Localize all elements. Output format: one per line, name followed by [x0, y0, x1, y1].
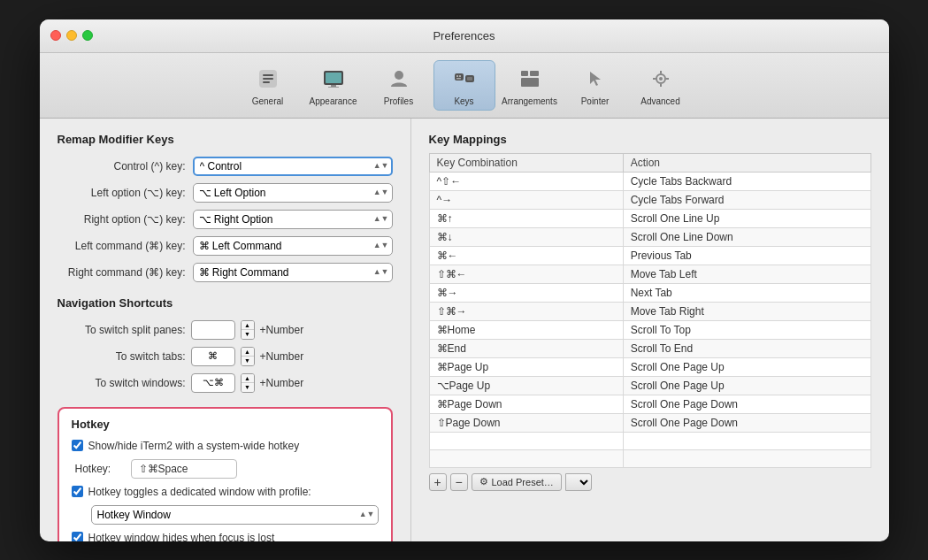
action-cell: Next Tab — [623, 283, 870, 302]
svg-rect-17 — [521, 78, 539, 87]
right-command-select[interactable]: ⌘ Right Command — [193, 263, 393, 282]
toolbar-item-arrangements[interactable]: Arrangements — [499, 60, 561, 111]
appearance-icon — [319, 65, 348, 93]
split-panes-stepper[interactable]: ▲ ▼ — [241, 320, 255, 340]
switch-windows-key: ⌥⌘ — [191, 373, 235, 393]
switch-tabs-down[interactable]: ▼ — [242, 357, 254, 365]
hides-checkbox[interactable] — [72, 532, 83, 541]
table-row[interactable]: ⇧⌘→Move Tab Right — [429, 302, 870, 320]
profile-select[interactable]: Hotkey Window — [91, 505, 379, 525]
svg-point-19 — [659, 77, 663, 81]
svg-rect-15 — [521, 71, 528, 76]
action-cell: Scroll One Page Down — [623, 413, 870, 432]
toggles-checkbox[interactable] — [72, 486, 83, 497]
switch-tabs-suffix: +Number — [260, 350, 304, 363]
switch-tabs-label: To switch tabs: — [58, 350, 186, 363]
table-row[interactable]: ⌥Page UpScroll One Page Up — [429, 376, 870, 395]
key-combo-cell: ⌘Page Up — [429, 357, 623, 376]
show-hide-row: Show/hide iTerm2 with a system-wide hotk… — [72, 440, 379, 452]
action-cell: Cycle Tabs Backward — [623, 172, 870, 190]
advanced-label: Advanced — [640, 96, 679, 106]
advanced-icon — [647, 65, 675, 93]
table-row[interactable]: ⇧Page DownScroll One Page Down — [429, 413, 870, 432]
key-combo-cell: ⇧⌘→ — [429, 302, 623, 320]
action-cell: Scroll To End — [623, 339, 870, 357]
switch-windows-down[interactable]: ▼ — [242, 383, 254, 392]
split-panes-down[interactable]: ▼ — [242, 330, 254, 339]
hotkey-section: Hotkey Show/hide iTerm2 with a system-wi… — [58, 407, 393, 541]
left-option-select[interactable]: ⌥ Left Option — [193, 183, 393, 203]
table-row[interactable]: ⌘Page UpScroll One Page Up — [429, 357, 870, 376]
table-row[interactable]: ⌘HomeScroll To Top — [429, 320, 870, 339]
table-row[interactable]: ⌘EndScroll To End — [429, 339, 870, 357]
load-preset-button[interactable]: ⚙ Load Preset… — [472, 473, 562, 491]
svg-rect-9 — [455, 73, 464, 81]
close-button[interactable] — [50, 30, 61, 41]
table-row[interactable]: ⇧⌘←Move Tab Left — [429, 265, 870, 283]
left-command-select[interactable]: ⌘ Left Command — [193, 236, 393, 256]
switch-windows-up[interactable]: ▲ — [242, 374, 254, 384]
split-panes-key — [191, 320, 235, 340]
hotkey-value-row: Hotkey: ⇧⌘Space — [72, 459, 379, 479]
toolbar-item-pointer[interactable]: Pointer — [564, 60, 626, 111]
col-key-combination: Key Combination — [429, 153, 623, 172]
right-command-row: Right command (⌘) key: ⌘ Right Command ▲… — [58, 263, 393, 282]
svg-rect-3 — [263, 81, 270, 83]
key-combo-cell: ⌘→ — [429, 283, 623, 302]
switch-windows-row: To switch windows: ⌥⌘ ▲ ▼ +Number — [58, 373, 393, 393]
table-row[interactable]: ⌘↑Scroll One Line Up — [429, 209, 870, 227]
table-row[interactable]: ^→Cycle Tabs Forward — [429, 190, 870, 209]
window-title: Preferences — [433, 29, 495, 42]
show-hide-label: Show/hide iTerm2 with a system-wide hotk… — [88, 440, 300, 452]
switch-windows-stepper[interactable]: ▲ ▼ — [241, 373, 255, 393]
svg-rect-10 — [456, 75, 458, 77]
key-combo-cell: ⌥Page Up — [429, 376, 623, 395]
toolbar-item-appearance[interactable]: Appearance — [303, 60, 364, 111]
switch-tabs-key: ⌘ — [191, 347, 235, 366]
control-key-label: Control (^) key: — [58, 160, 186, 173]
action-cell: Scroll One Line Up — [623, 209, 870, 227]
show-hide-checkbox[interactable] — [72, 440, 83, 451]
toggles-label: Hotkey toggles a dedicated window with p… — [88, 486, 311, 498]
right-option-select[interactable]: ⌥ Right Option — [193, 210, 393, 229]
minimize-button[interactable] — [66, 30, 77, 41]
key-combo-cell: ⌘End — [429, 339, 623, 357]
svg-rect-2 — [263, 78, 273, 80]
general-label: General — [252, 96, 284, 106]
maximize-button[interactable] — [82, 30, 93, 41]
control-key-select[interactable]: ^ Control — [193, 157, 393, 176]
split-panes-up[interactable]: ▲ — [242, 321, 254, 331]
remap-section: Remap Modifier Keys Control (^) key: ^ C… — [58, 133, 393, 282]
add-mapping-button[interactable]: + — [429, 473, 447, 491]
table-row[interactable]: ⌘→Next Tab — [429, 283, 870, 302]
svg-rect-11 — [459, 75, 461, 77]
table-row[interactable]: ⌘←Previous Tab — [429, 246, 870, 265]
toolbar-item-profiles[interactable]: Profiles — [368, 60, 430, 111]
left-panel: Remap Modifier Keys Control (^) key: ^ C… — [40, 119, 411, 541]
table-row[interactable]: ⌘Page DownScroll One Page Down — [429, 395, 870, 413]
key-combo-cell: ^⇧← — [429, 172, 623, 190]
toolbar-item-general[interactable]: General — [237, 60, 299, 111]
left-option-label: Left option (⌥) key: — [58, 187, 186, 199]
switch-tabs-up[interactable]: ▲ — [242, 348, 254, 357]
left-option-row: Left option (⌥) key: ⌥ Left Option ▲▼ — [58, 183, 393, 203]
switch-tabs-stepper[interactable]: ▲ ▼ — [241, 347, 255, 366]
table-row[interactable]: ^⇧←Cycle Tabs Backward — [429, 172, 870, 190]
toolbar-item-advanced[interactable]: Advanced — [630, 60, 692, 111]
action-cell: Scroll One Page Down — [623, 395, 870, 413]
empty-row — [429, 449, 870, 467]
main-content: Remap Modifier Keys Control (^) key: ^ C… — [40, 119, 889, 541]
load-preset-label: Load Preset… — [492, 477, 554, 487]
control-key-row: Control (^) key: ^ Control ▲▼ — [58, 157, 393, 176]
remap-title: Remap Modifier Keys — [58, 133, 393, 146]
action-cell: Cycle Tabs Forward — [623, 190, 870, 209]
right-command-select-wrapper: ⌘ Right Command ▲▼ — [193, 263, 393, 282]
key-combo-cell: ⇧⌘← — [429, 265, 623, 283]
table-row[interactable]: ⌘↓Scroll One Line Down — [429, 227, 870, 246]
key-combo-cell: ⇧Page Down — [429, 413, 623, 432]
remove-mapping-button[interactable]: − — [450, 473, 468, 491]
toolbar-item-keys[interactable]: Keys — [433, 60, 495, 111]
hotkey-field[interactable]: ⇧⌘Space — [131, 459, 237, 479]
load-preset-select[interactable] — [565, 473, 592, 491]
titlebar: Preferences — [40, 19, 889, 53]
